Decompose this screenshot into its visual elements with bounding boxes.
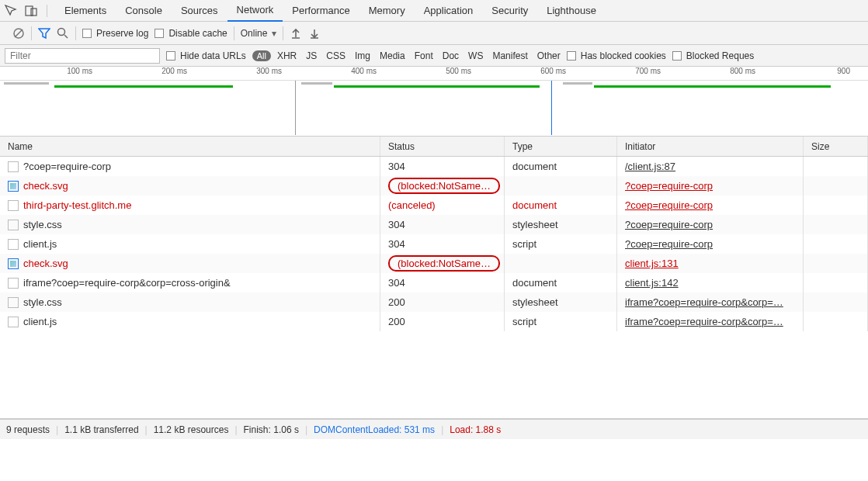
request-name: style.css [23,296,62,308]
file-icon [8,220,19,230]
timeline-tick: 300 ms [256,67,284,75]
col-size[interactable]: Size [804,137,868,156]
request-initiator[interactable]: iframe?coep=require-corp&corp=… [625,296,783,308]
request-initiator[interactable]: ?coep=require-corp [625,180,713,192]
tab-console[interactable]: Console [116,0,172,22]
blocked-requests-checkbox[interactable]: Blocked Reques [672,50,754,61]
footer-requests: 9 requests [6,424,50,435]
filter-manifest[interactable]: Manifest [492,50,527,61]
timeline-tick: 600 ms [540,67,568,75]
footer-domcontentloaded: DOMContentLoaded: 531 ms [314,424,435,435]
request-status: 304 [380,215,505,234]
network-filter-bar: Hide data URLs All XHRJSCSSImgMediaFontD… [0,45,868,67]
hide-data-urls-checkbox[interactable]: Hide data URLs [166,50,246,61]
chevron-down-icon: ▾ [272,28,276,39]
download-icon[interactable] [308,27,321,40]
request-status: (blocked:NotSame… [380,254,505,273]
table-row[interactable]: client.js304script?coep=require-corp [0,234,868,254]
panel-tabs: ElementsConsoleSourcesNetworkPerformance… [55,0,606,22]
table-row[interactable]: check.svg(blocked:NotSame…client.js:131 [0,254,868,273]
request-type [505,254,617,273]
tab-sources[interactable]: Sources [172,0,227,22]
filter-css[interactable]: CSS [326,50,345,61]
filter-font[interactable]: Font [415,50,433,61]
svg-line-5 [64,35,68,38]
request-size [804,312,868,331]
filter-media[interactable]: Media [380,50,405,61]
request-initiator[interactable]: ?coep=require-corp [625,219,713,230]
filter-other[interactable]: Other [537,50,561,61]
search-icon[interactable] [57,27,69,40]
filter-input[interactable] [5,48,160,64]
request-initiator[interactable]: client.js:131 [625,258,679,269]
request-initiator[interactable]: ?coep=require-corp [625,199,713,211]
clear-icon[interactable] [12,27,25,40]
request-initiator[interactable]: /client.js:87 [625,161,675,172]
tab-elements[interactable]: Elements [55,0,116,22]
request-status: (canceled) [380,196,505,215]
request-status: (blocked:NotSame… [380,176,505,196]
request-type: script [505,312,617,331]
tab-lighthouse[interactable]: Lighthouse [537,0,606,22]
request-size [804,196,868,215]
col-status[interactable]: Status [380,137,505,156]
svg-rect-0 [26,6,33,16]
footer-resources: 11.2 kB resources [154,424,229,435]
col-type[interactable]: Type [505,137,617,156]
table-row[interactable]: style.css304stylesheet?coep=require-corp [0,215,868,234]
request-status: 304 [380,157,505,176]
filter-all[interactable]: All [252,50,271,61]
network-timeline[interactable]: 100 ms200 ms300 ms400 ms500 ms600 ms700 … [0,67,868,137]
request-type: script [505,234,617,254]
request-status: 200 [380,312,505,331]
table-row[interactable]: style.css200stylesheetiframe?coep=requir… [0,292,868,312]
tab-application[interactable]: Application [415,0,483,22]
timeline-tick: 800 ms [730,67,758,75]
request-initiator[interactable]: client.js:142 [625,277,679,289]
throttling-select[interactable]: Online ▾ [241,28,277,39]
filter-js[interactable]: JS [306,50,317,61]
request-initiator[interactable]: ?coep=require-corp [625,238,713,250]
disable-cache-checkbox[interactable]: Disable cache [155,28,227,39]
tab-security[interactable]: Security [482,0,537,22]
request-size [804,157,868,176]
table-row[interactable]: check.svg(blocked:NotSame…?coep=require-… [0,176,868,196]
file-icon [8,258,19,269]
table-row[interactable]: third-party-test.glitch.me(canceled)docu… [0,196,868,215]
col-name[interactable]: Name [0,137,380,156]
tab-performance[interactable]: Performance [283,0,359,22]
filter-img[interactable]: Img [355,50,370,61]
filter-icon[interactable] [38,27,50,40]
tab-network[interactable]: Network [227,0,283,22]
request-type: document [505,273,617,292]
col-initiator[interactable]: Initiator [617,137,804,156]
request-name: style.css [23,219,62,230]
footer-finish: Finish: 1.06 s [244,424,299,435]
tab-memory[interactable]: Memory [359,0,415,22]
preserve-log-checkbox[interactable]: Preserve log [82,28,148,39]
timeline-tick: 700 ms [635,67,663,75]
request-type [505,176,617,196]
upload-icon[interactable] [290,27,302,40]
request-name: ?coep=require-corp [23,161,111,172]
device-toolbar-icon[interactable] [25,5,37,17]
footer-load: Load: 1.88 s [450,424,501,435]
filter-xhr[interactable]: XHR [277,50,297,61]
network-status-bar: 9 requests| 1.1 kB transferred| 11.2 kB … [0,419,868,439]
has-blocked-cookies-checkbox[interactable]: Has blocked cookies [567,50,666,61]
request-type: stylesheet [505,292,617,312]
svg-line-3 [15,29,23,37]
table-row[interactable]: iframe?coep=require-corp&corp=cross-orig… [0,273,868,292]
request-size [804,215,868,234]
svg-point-4 [58,28,65,35]
table-row[interactable]: client.js200scriptiframe?coep=require-co… [0,312,868,331]
devtools-main-toolbar: ElementsConsoleSourcesNetworkPerformance… [0,0,868,22]
svg-rect-1 [31,9,36,16]
request-name: client.js [23,316,57,327]
filter-doc[interactable]: Doc [443,50,459,61]
inspect-element-icon[interactable] [5,5,17,17]
request-initiator[interactable]: iframe?coep=require-corp&corp=… [625,316,783,327]
table-row[interactable]: ?coep=require-corp304document/client.js:… [0,157,868,176]
request-name: check.svg [23,258,68,269]
filter-ws[interactable]: WS [468,50,483,61]
